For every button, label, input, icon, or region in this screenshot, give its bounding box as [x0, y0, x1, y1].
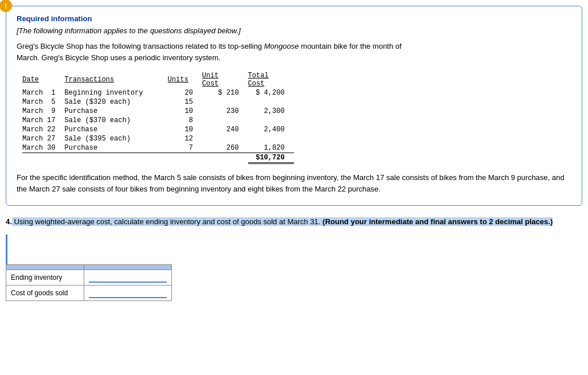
col-header-unit-cost: Unit Cost: [202, 71, 248, 88]
row-total-cost: 2,400: [248, 125, 294, 134]
table-row: March 5 Sale ($320 each) 15: [22, 97, 294, 107]
row-unit-cost: 230: [202, 107, 248, 116]
cogs-input[interactable]: [89, 288, 167, 298]
table-row: March 30 Purchase 7 260 1,820: [22, 143, 294, 153]
italic-note: [The following information applies to th…: [17, 26, 571, 35]
row-transaction: Purchase: [65, 143, 168, 153]
row-transaction: Sale ($320 each): [65, 97, 168, 107]
ending-inventory-value[interactable]: [84, 269, 172, 285]
row-transaction: Sale ($370 each): [65, 116, 168, 125]
row-units: 15: [168, 97, 202, 107]
intro-italic: Mongoose: [264, 42, 299, 50]
row-unit-cost: [202, 116, 248, 125]
row-unit-cost: $ 210: [202, 88, 248, 97]
row-total-cost: $ 4,200: [248, 88, 294, 97]
row-date: March 17: [22, 116, 65, 125]
row-date: March 27: [22, 134, 65, 143]
row-unit-cost: [202, 97, 248, 107]
ending-inventory-input[interactable]: [89, 272, 167, 283]
answer-row-ending-inventory: Ending inventory: [6, 269, 172, 285]
info-box: ! Required information [The following in…: [6, 6, 582, 206]
table-row: March 9 Purchase 10 230 2,300: [22, 107, 294, 116]
cogs-value[interactable]: [84, 285, 172, 300]
answer-table-wrapper: Ending inventory Cost of goods sold: [6, 235, 582, 301]
question-section: 4. Using weighted-average cost, calculat…: [6, 216, 582, 301]
intro-text: Greg's Bicycle Shop has the following tr…: [17, 41, 571, 63]
row-date: March 22: [22, 125, 65, 134]
row-transaction: Purchase: [65, 125, 168, 134]
cogs-label: Cost of goods sold: [6, 285, 84, 300]
col-header-units: Units: [168, 71, 202, 88]
row-transaction: Purchase: [65, 107, 168, 116]
row-unit-cost: [202, 134, 248, 143]
row-units: 10: [168, 107, 202, 116]
row-total-cost: 1,820: [248, 143, 294, 153]
grand-total: $10,720: [248, 153, 294, 163]
question-bold: (Round your intermediate and final answe…: [323, 217, 553, 226]
intro-text-1: Greg's Bicycle Shop has the following tr…: [17, 42, 264, 50]
row-total-cost: [248, 134, 294, 143]
row-total-cost: [248, 97, 294, 107]
row-units: 20: [168, 88, 202, 97]
row-units: 7: [168, 143, 202, 153]
intro-text-2: mountain bike for the month of: [299, 42, 401, 50]
answer-col-header-2: [84, 264, 172, 269]
row-transaction: Sale ($395 each): [65, 134, 168, 143]
row-unit-cost: 260: [202, 143, 248, 153]
row-units: 10: [168, 125, 202, 134]
col-header-date: Date: [22, 71, 65, 88]
question-text: 4. Using weighted-average cost, calculat…: [6, 216, 582, 228]
answer-row-cogs: Cost of goods sold: [6, 285, 172, 300]
row-transaction: Beginning inventory: [65, 88, 168, 97]
answer-table: Ending inventory Cost of goods sold: [6, 264, 172, 301]
row-total-cost: [248, 116, 294, 125]
col-header-transactions: Transactions: [65, 71, 168, 88]
table-row: March 17 Sale ($370 each) 8: [22, 116, 294, 125]
table-row: March 1 Beginning inventory 20 $ 210 $ 4…: [22, 88, 294, 97]
question-body: Using weighted-average cost, calculate e…: [12, 217, 553, 226]
answer-col-header-1: [6, 264, 84, 269]
col-header-total-cost: Total Cost: [248, 71, 294, 88]
row-unit-cost: 240: [202, 125, 248, 134]
table-row: March 22 Purchase 10 240 2,400: [22, 125, 294, 134]
row-date: March 5: [22, 97, 65, 107]
question-number: 4.: [6, 217, 12, 226]
exclamation-icon: !: [0, 0, 12, 12]
row-units: 12: [168, 134, 202, 143]
table-row: March 27 Sale ($395 each) 12: [22, 134, 294, 143]
left-bar-indicator: [6, 235, 7, 264]
total-label: [22, 153, 248, 163]
row-date: March 30: [22, 143, 65, 153]
intro-text-3: March. Greg's Bicycle Shop uses a period…: [17, 53, 221, 62]
ending-inventory-label: Ending inventory: [6, 269, 84, 285]
row-units: 8: [168, 116, 202, 125]
row-date: March 1: [22, 88, 65, 97]
row-date: March 9: [22, 107, 65, 116]
row-total-cost: 2,300: [248, 107, 294, 116]
transactions-table: Date Transactions Units Unit Cost Total …: [22, 71, 294, 164]
total-row: $10,720: [22, 153, 294, 163]
required-info-title: Required information: [17, 14, 571, 23]
footnote-text: For the specific identification method, …: [17, 172, 571, 195]
